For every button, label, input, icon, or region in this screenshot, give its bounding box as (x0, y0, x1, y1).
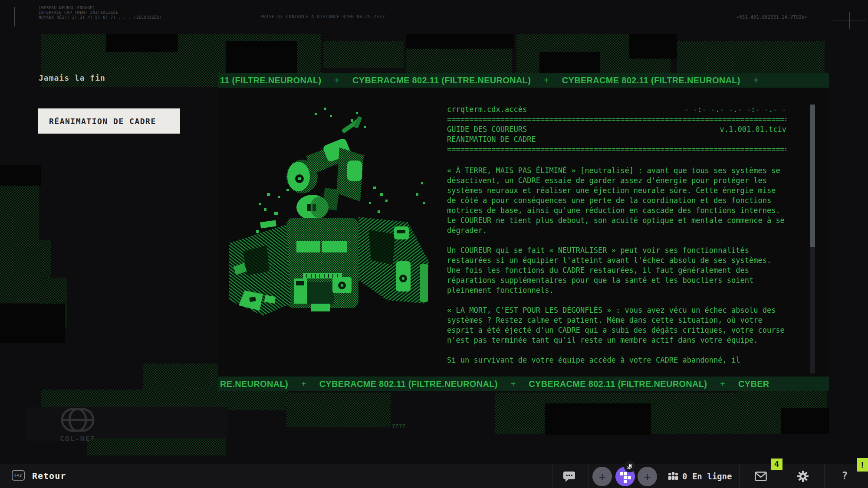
divider (588, 464, 589, 488)
bottom-bar: Esc Retour + + (0, 464, 868, 488)
divider (662, 464, 662, 488)
tab-separator-plus: + (321, 75, 352, 85)
divider (552, 464, 552, 488)
chat-icon[interactable] (563, 471, 576, 482)
dither-block (323, 41, 404, 68)
tab-bottom-0[interactable]: RE.NEURONAL) (220, 379, 288, 389)
terminal-paragraph-3: « LA MORT, C'EST POUR LES DÉGONFLÉS » : … (447, 305, 786, 345)
boot-log: [RÉSEAU NEURAL ENGAGÉ]INTERFACE CAP (MEM… (39, 6, 162, 20)
terminal-paragraph-4: Si un survivant de votre équipe accède à… (447, 355, 786, 365)
terminal-separator: ========================================… (447, 144, 786, 154)
black-block (406, 34, 514, 49)
remote-takeover-status: PRISE DE CONTRÔLE À DISTANCE 0200 06.25.… (260, 14, 385, 19)
tab-bottom-1[interactable]: CYBERACME 802.11 (FILTRE.NEURONAL) (319, 379, 498, 389)
tab-separator-plus: + (707, 379, 738, 389)
terminal-version: v.1.001.01.tciv (720, 124, 786, 134)
divider (791, 464, 791, 488)
divider (739, 464, 740, 488)
mic-muted-icon (624, 461, 635, 472)
crosshair-topleft-v (14, 7, 15, 26)
mail-icon[interactable] (755, 472, 767, 481)
help-button[interactable]: ? (842, 470, 848, 482)
tab-top-2[interactable]: CYBERACME 802.11 (FILTRE.NEURONAL) (562, 75, 740, 85)
boot-line: NOYAUX RÉS:] 2] 3] 4] 5] 6] 7] . . . [SÉ… (39, 15, 162, 20)
scrollbar-thumb[interactable] (810, 105, 815, 247)
terminal-window: 11 (FILTRE.NEURONAL)+CYBERACME 802.11 (F… (218, 73, 829, 391)
session-code: <031.401.882331.14.VT92W> (736, 15, 807, 20)
tab-separator-plus: + (531, 75, 562, 85)
tab-bottom-3[interactable]: CYBER (738, 379, 769, 389)
frame-revival-button[interactable]: RÉANIMATION DE CADRE (38, 108, 180, 134)
globe-icon (61, 408, 95, 432)
esc-key-icon: Esc (12, 470, 25, 481)
boot-line: INTERFACE CAP (MEM) INITIALISÉE (39, 10, 162, 15)
game-screen: [RÉSEAU NEURAL ENGAGÉ]INTERFACE CAP (MEM… (0, 0, 868, 488)
boot-line: [RÉSEAU NEURAL ENGAGÉ] (39, 6, 162, 10)
online-status: 0 En ligne (682, 472, 732, 481)
tab-separator-plus: + (740, 75, 772, 85)
dither-block (87, 438, 226, 455)
black-block (545, 403, 651, 435)
black-block (226, 41, 297, 74)
terminal-subtitle: RÉANIMATION DE CADRE (447, 134, 536, 144)
dither-block (286, 393, 391, 427)
terminal-paragraph-2: Un COUREUR qui se fait « NEUTRALISER » p… (447, 246, 786, 295)
colnet-label: COL-NET (54, 435, 102, 443)
tab-bar-bottom: RE.NEURONAL)+CYBERACME 802.11 (FILTRE.NE… (218, 377, 829, 391)
tab-separator-plus: + (288, 379, 319, 389)
black-block (629, 34, 677, 59)
terminal-separator: ========================================… (447, 115, 786, 124)
tab-bottom-2[interactable]: CYBERACME 802.11 (FILTRE.NEURONAL) (529, 379, 707, 389)
dither-block (0, 186, 39, 240)
terminal-access-line: crrqterm.cdx.accès (447, 105, 527, 115)
terminal-content: crrqterm.cdx.accès - -:- -.- -.- -:- -.-… (447, 105, 786, 377)
black-block (106, 34, 178, 52)
settings-gear-icon[interactable] (797, 470, 809, 482)
colnet-logo: COL-NET (54, 408, 102, 443)
divider (824, 464, 825, 488)
black-block (0, 304, 65, 343)
terminal-paragraphs: « À TERRE, MAIS PAS ÉLIMINÉ » [neutralis… (447, 166, 786, 365)
crosshair-topright-h (833, 20, 866, 20)
robot-image (226, 100, 434, 317)
tab-bar-top: 11 (FILTRE.NEURONAL)+CYBERACME 802.11 (F… (218, 73, 829, 88)
terminal-paragraph-1: « À TERRE, MAIS PAS ÉLIMINÉ » [neutralis… (447, 166, 786, 236)
terminal-title: GUIDE DES COUREURS (447, 124, 527, 134)
page-subtitle: Jamais la fin (39, 73, 105, 82)
tab-top-1[interactable]: CYBERACME 802.11 (FILTRE.NEURONAL) (352, 75, 531, 85)
party-slot-add-button[interactable]: + (592, 467, 612, 486)
tab-separator-plus: + (498, 379, 529, 389)
scrollbar[interactable] (810, 105, 815, 373)
dither-block (41, 390, 226, 408)
black-block (781, 408, 829, 434)
terminal-body: crrqterm.cdx.accès - -:- -.- -.- -:- -.-… (218, 88, 829, 377)
online-people-icon (667, 472, 679, 481)
mail-count-badge: 4 (771, 459, 783, 470)
tab-top-0[interactable]: 11 (FILTRE.NEURONAL) (220, 75, 321, 85)
alert-badge: ! (857, 458, 868, 472)
glitch-text: 7??? (392, 422, 405, 429)
back-button[interactable]: Retour (32, 471, 66, 481)
party-slot-add-button[interactable]: + (638, 467, 657, 486)
black-block (0, 165, 41, 187)
terminal-access-meta: - -:- -.- -.- -:- -.- - (684, 105, 786, 115)
crosshair-topleft-h (5, 18, 29, 18)
crosshair-topright-v (849, 12, 850, 29)
